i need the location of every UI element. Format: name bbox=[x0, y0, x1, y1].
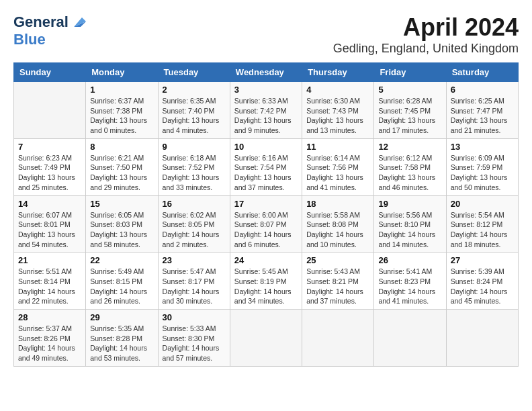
calendar-cell: 19Sunrise: 5:56 AMSunset: 8:10 PMDayligh… bbox=[374, 195, 446, 253]
day-detail: Sunrise: 5:33 AMSunset: 8:30 PMDaylight:… bbox=[163, 324, 226, 363]
page-header: General Blue April 2024 Gedling, England… bbox=[13, 13, 519, 56]
calendar-table: SundayMondayTuesdayWednesdayThursdayFrid… bbox=[13, 62, 519, 367]
day-detail: Sunrise: 5:49 AMSunset: 8:15 PMDaylight:… bbox=[90, 267, 153, 306]
calendar-header-tuesday: Tuesday bbox=[158, 63, 230, 82]
day-number: 17 bbox=[234, 199, 298, 209]
day-number: 9 bbox=[163, 142, 226, 152]
day-detail: Sunrise: 6:09 AMSunset: 7:59 PMDaylight:… bbox=[451, 153, 514, 193]
day-number: 3 bbox=[234, 85, 298, 95]
day-detail: Sunrise: 5:47 AMSunset: 8:17 PMDaylight:… bbox=[163, 267, 226, 306]
day-detail: Sunrise: 6:30 AMSunset: 7:43 PMDaylight:… bbox=[306, 96, 369, 136]
day-number: 14 bbox=[18, 199, 81, 209]
calendar-week-row: 7Sunrise: 6:23 AMSunset: 7:49 PMDaylight… bbox=[14, 138, 519, 195]
calendar-cell: 9Sunrise: 6:18 AMSunset: 7:52 PMDaylight… bbox=[158, 138, 230, 195]
day-number: 29 bbox=[90, 312, 153, 322]
calendar-header-wednesday: Wednesday bbox=[230, 63, 302, 82]
day-detail: Sunrise: 6:23 AMSunset: 7:49 PMDaylight:… bbox=[18, 153, 81, 193]
day-number: 28 bbox=[18, 312, 81, 322]
day-detail: Sunrise: 6:35 AMSunset: 7:40 PMDaylight:… bbox=[163, 96, 226, 136]
day-detail: Sunrise: 5:54 AMSunset: 8:12 PMDaylight:… bbox=[451, 210, 514, 250]
day-number: 30 bbox=[163, 312, 226, 322]
day-detail: Sunrise: 5:41 AMSunset: 8:23 PMDaylight:… bbox=[378, 267, 441, 306]
day-detail: Sunrise: 5:58 AMSunset: 8:08 PMDaylight:… bbox=[306, 210, 369, 250]
calendar-cell: 23Sunrise: 5:47 AMSunset: 8:17 PMDayligh… bbox=[158, 253, 230, 310]
day-number: 21 bbox=[18, 255, 81, 265]
day-detail: Sunrise: 6:14 AMSunset: 7:56 PMDaylight:… bbox=[306, 153, 369, 193]
calendar-week-row: 14Sunrise: 6:07 AMSunset: 8:01 PMDayligh… bbox=[14, 195, 519, 253]
day-detail: Sunrise: 6:28 AMSunset: 7:45 PMDaylight:… bbox=[378, 96, 441, 136]
day-detail: Sunrise: 5:45 AMSunset: 8:19 PMDaylight:… bbox=[234, 267, 298, 306]
day-number: 25 bbox=[306, 255, 369, 265]
calendar-header-sunday: Sunday bbox=[14, 63, 86, 82]
day-number: 26 bbox=[378, 255, 441, 265]
calendar-cell: 15Sunrise: 6:05 AMSunset: 8:03 PMDayligh… bbox=[86, 195, 158, 253]
day-number: 2 bbox=[163, 85, 226, 95]
calendar-cell: 10Sunrise: 6:16 AMSunset: 7:54 PMDayligh… bbox=[230, 138, 302, 195]
calendar-cell: 18Sunrise: 5:58 AMSunset: 8:08 PMDayligh… bbox=[302, 195, 374, 253]
day-number: 13 bbox=[451, 142, 514, 152]
calendar-cell: 6Sunrise: 6:25 AMSunset: 7:47 PMDaylight… bbox=[446, 82, 518, 139]
day-number: 10 bbox=[234, 142, 298, 152]
day-number: 6 bbox=[451, 85, 514, 95]
day-number: 20 bbox=[451, 199, 514, 209]
calendar-header-thursday: Thursday bbox=[302, 63, 374, 82]
day-detail: Sunrise: 6:02 AMSunset: 8:05 PMDaylight:… bbox=[163, 210, 226, 250]
calendar-header-row: SundayMondayTuesdayWednesdayThursdayFrid… bbox=[14, 63, 519, 82]
day-detail: Sunrise: 6:37 AMSunset: 7:38 PMDaylight:… bbox=[90, 96, 153, 136]
calendar-header-saturday: Saturday bbox=[446, 63, 518, 82]
day-detail: Sunrise: 6:00 AMSunset: 8:07 PMDaylight:… bbox=[234, 210, 298, 250]
calendar-cell: 22Sunrise: 5:49 AMSunset: 8:15 PMDayligh… bbox=[86, 253, 158, 310]
day-number: 4 bbox=[306, 85, 369, 95]
calendar-cell: 29Sunrise: 5:35 AMSunset: 8:28 PMDayligh… bbox=[86, 310, 158, 367]
day-number: 22 bbox=[90, 255, 153, 265]
calendar-week-row: 28Sunrise: 5:37 AMSunset: 8:26 PMDayligh… bbox=[14, 310, 519, 367]
calendar-cell: 27Sunrise: 5:39 AMSunset: 8:24 PMDayligh… bbox=[446, 253, 518, 310]
calendar-cell bbox=[14, 82, 86, 139]
calendar-cell: 24Sunrise: 5:45 AMSunset: 8:19 PMDayligh… bbox=[230, 253, 302, 310]
calendar-cell bbox=[302, 310, 374, 367]
day-detail: Sunrise: 6:33 AMSunset: 7:42 PMDaylight:… bbox=[234, 96, 298, 136]
page-title: April 2024 bbox=[333, 13, 519, 42]
calendar-week-row: 21Sunrise: 5:51 AMSunset: 8:14 PMDayligh… bbox=[14, 253, 519, 310]
day-number: 16 bbox=[163, 199, 226, 209]
day-detail: Sunrise: 5:43 AMSunset: 8:21 PMDaylight:… bbox=[306, 267, 369, 306]
day-detail: Sunrise: 5:51 AMSunset: 8:14 PMDaylight:… bbox=[18, 267, 81, 306]
day-number: 15 bbox=[90, 199, 153, 209]
day-detail: Sunrise: 6:18 AMSunset: 7:52 PMDaylight:… bbox=[163, 153, 226, 193]
day-detail: Sunrise: 5:56 AMSunset: 8:10 PMDaylight:… bbox=[378, 210, 441, 250]
day-detail: Sunrise: 6:05 AMSunset: 8:03 PMDaylight:… bbox=[90, 210, 153, 250]
calendar-cell: 5Sunrise: 6:28 AMSunset: 7:45 PMDaylight… bbox=[374, 82, 446, 139]
calendar-cell: 1Sunrise: 6:37 AMSunset: 7:38 PMDaylight… bbox=[86, 82, 158, 139]
day-number: 23 bbox=[163, 255, 226, 265]
day-detail: Sunrise: 6:12 AMSunset: 7:58 PMDaylight:… bbox=[378, 153, 441, 193]
calendar-cell: 21Sunrise: 5:51 AMSunset: 8:14 PMDayligh… bbox=[14, 253, 86, 310]
calendar-cell bbox=[230, 310, 302, 367]
calendar-cell: 26Sunrise: 5:41 AMSunset: 8:23 PMDayligh… bbox=[374, 253, 446, 310]
day-number: 24 bbox=[234, 255, 298, 265]
day-number: 7 bbox=[18, 142, 81, 152]
calendar-cell: 2Sunrise: 6:35 AMSunset: 7:40 PMDaylight… bbox=[158, 82, 230, 139]
day-number: 11 bbox=[306, 142, 369, 152]
calendar-cell: 25Sunrise: 5:43 AMSunset: 8:21 PMDayligh… bbox=[302, 253, 374, 310]
day-number: 18 bbox=[306, 199, 369, 209]
day-detail: Sunrise: 6:25 AMSunset: 7:47 PMDaylight:… bbox=[451, 96, 514, 136]
logo-blue-text: Blue bbox=[13, 31, 46, 48]
calendar-cell: 12Sunrise: 6:12 AMSunset: 7:58 PMDayligh… bbox=[374, 138, 446, 195]
logo: General Blue bbox=[13, 13, 86, 48]
calendar-cell: 20Sunrise: 5:54 AMSunset: 8:12 PMDayligh… bbox=[446, 195, 518, 253]
calendar-cell: 7Sunrise: 6:23 AMSunset: 7:49 PMDaylight… bbox=[14, 138, 86, 195]
calendar-cell: 4Sunrise: 6:30 AMSunset: 7:43 PMDaylight… bbox=[302, 82, 374, 139]
calendar-cell: 28Sunrise: 5:37 AMSunset: 8:26 PMDayligh… bbox=[14, 310, 86, 367]
calendar-header-friday: Friday bbox=[374, 63, 446, 82]
logo-icon bbox=[71, 15, 86, 30]
calendar-header-monday: Monday bbox=[86, 63, 158, 82]
day-detail: Sunrise: 6:07 AMSunset: 8:01 PMDaylight:… bbox=[18, 210, 81, 250]
day-number: 12 bbox=[378, 142, 441, 152]
day-detail: Sunrise: 5:35 AMSunset: 8:28 PMDaylight:… bbox=[90, 324, 153, 363]
calendar-cell: 13Sunrise: 6:09 AMSunset: 7:59 PMDayligh… bbox=[446, 138, 518, 195]
day-number: 8 bbox=[90, 142, 153, 152]
calendar-cell: 16Sunrise: 6:02 AMSunset: 8:05 PMDayligh… bbox=[158, 195, 230, 253]
calendar-cell: 8Sunrise: 6:21 AMSunset: 7:50 PMDaylight… bbox=[86, 138, 158, 195]
title-block: April 2024 Gedling, England, United King… bbox=[333, 13, 519, 56]
day-detail: Sunrise: 5:37 AMSunset: 8:26 PMDaylight:… bbox=[18, 324, 81, 363]
